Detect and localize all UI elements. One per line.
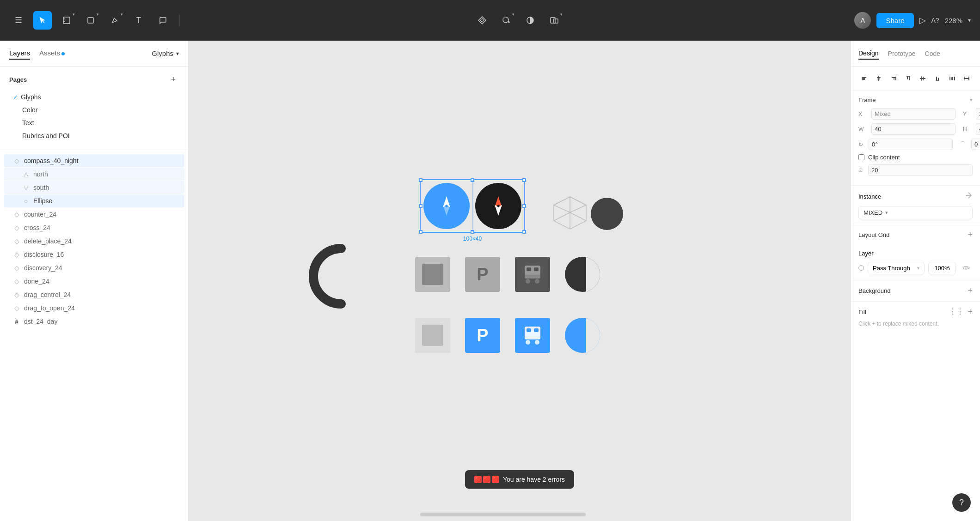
layer-dst-24-day[interactable]: # dst_24_day — [4, 315, 184, 328]
add-page-button[interactable]: + — [168, 74, 179, 85]
zoom-dropdown[interactable]: ▾ — [968, 17, 971, 24]
add-fill-button[interactable]: + — [968, 307, 973, 317]
align-center-v-button[interactable] — [917, 72, 929, 85]
handle-tr[interactable] — [522, 178, 526, 182]
triangle-down-icon: ▽ — [22, 184, 30, 191]
layers-tab[interactable]: Layers — [9, 47, 30, 60]
accessibility-btn[interactable]: A? — [931, 17, 939, 24]
h-input[interactable] — [976, 123, 980, 135]
user-avatar[interactable]: A — [854, 12, 871, 29]
instance-dropdown[interactable]: MIXED ▾ — [858, 206, 973, 219]
w-input[interactable] — [871, 123, 956, 135]
y-input[interactable] — [976, 108, 980, 120]
share-button[interactable]: Share — [876, 13, 913, 28]
fill-title: Fill — [858, 309, 866, 315]
layer-delete-place-24[interactable]: ◇ delete_place_24 — [4, 235, 184, 248]
fill-options-button[interactable]: ⋮⋮ — [949, 307, 964, 317]
page-item-rubrics[interactable]: Rubrics and POI — [9, 129, 179, 142]
layer-drag-control-24[interactable]: ◇ drag_control_24 — [4, 288, 184, 301]
assets-tab[interactable]: Assets — [39, 47, 65, 60]
corner-input[interactable] — [971, 139, 980, 150]
y-label: Y — [963, 111, 972, 117]
layer-done-24[interactable]: ◇ done_24 — [4, 275, 184, 288]
svg-marker-14 — [570, 197, 586, 212]
bg-title: Background — [858, 287, 890, 294]
visibility-toggle[interactable] — [960, 261, 973, 274]
opacity-input[interactable] — [928, 262, 956, 274]
shape-tool[interactable]: ▾ — [81, 11, 100, 30]
pen-tool[interactable]: ▾ — [105, 11, 124, 30]
page-item-text[interactable]: Text — [9, 116, 179, 129]
layer-cross-24[interactable]: ◇ cross_24 — [4, 221, 184, 234]
align-right-button[interactable] — [888, 72, 900, 85]
frame-dropdown-arrow[interactable]: ▾ — [970, 97, 973, 103]
layer-drag-to-open-24[interactable]: ◇ drag_to_open_24 — [4, 302, 184, 315]
svg-marker-13 — [554, 197, 570, 212]
select-tool[interactable] — [33, 11, 52, 30]
text-tool[interactable]: T — [129, 11, 148, 30]
x-input[interactable] — [871, 108, 956, 120]
partial-circle — [565, 257, 600, 292]
svg-rect-37 — [893, 79, 895, 79]
align-left-button[interactable] — [858, 72, 870, 85]
prototype-tool[interactable]: ▾ — [545, 11, 564, 30]
handle-mr[interactable] — [522, 204, 526, 208]
horizontal-scrollbar[interactable] — [420, 513, 586, 516]
rotation-input[interactable] — [869, 139, 953, 150]
page-item-glyphs[interactable]: ✓ Glyphs — [9, 91, 179, 103]
svg-rect-31 — [863, 77, 866, 78]
more-align-button[interactable] — [961, 72, 973, 85]
frame-tool[interactable]: ▾ — [57, 11, 76, 30]
menu-button[interactable]: ☰ — [9, 11, 28, 30]
zoom-control[interactable]: 228% — [945, 17, 962, 24]
handle-ml[interactable] — [419, 204, 423, 208]
layout-grid-section[interactable]: Layout Grid + — [851, 225, 980, 244]
contrast-tool[interactable] — [521, 11, 539, 30]
layer-counter-24[interactable]: ◇ counter_24 — [4, 208, 184, 221]
handle-bl[interactable] — [419, 230, 423, 234]
fill-tool[interactable]: ▾ — [497, 11, 515, 30]
h-label: H — [963, 126, 972, 133]
diamond-icon-9: ◇ — [13, 304, 20, 312]
svg-rect-46 — [938, 78, 939, 80]
page-item-color[interactable]: Color — [9, 103, 179, 116]
clip-content-checkbox[interactable] — [858, 154, 864, 160]
align-top-button[interactable] — [902, 72, 914, 85]
component-link-icon[interactable] — [964, 191, 973, 201]
code-tab[interactable]: Code — [925, 48, 940, 59]
dark-circle-top — [591, 198, 623, 230]
add-layout-grid-button[interactable]: + — [968, 230, 973, 240]
play-button[interactable]: ▷ — [919, 15, 926, 25]
p-icon-blue: P — [465, 318, 500, 353]
instance-dropdown-arrow: ▾ — [885, 210, 888, 216]
layer-north[interactable]: △ north — [4, 168, 184, 181]
blend-mode-dropdown[interactable]: Pass Through ▾ — [868, 262, 925, 274]
help-button[interactable]: ? — [952, 493, 971, 512]
layer-ellipse[interactable]: ○ Ellipse — [4, 194, 184, 207]
compass-selection-group[interactable]: 100×40 — [420, 179, 525, 242]
toolbar-right: A Share ▷ A? 228% ▾ — [854, 12, 971, 29]
comment-tool[interactable] — [153, 11, 172, 30]
align-center-h-button[interactable] — [873, 72, 885, 85]
glyphs-tab[interactable]: Glyphs ▾ — [152, 49, 179, 57]
design-tab[interactable]: Design — [858, 48, 879, 60]
distribute-h-button[interactable] — [946, 72, 958, 85]
component-tool[interactable] — [473, 11, 491, 30]
diamond-icon-4: ◇ — [13, 237, 20, 245]
padding-input[interactable] — [868, 164, 973, 176]
layer-compass-40-night[interactable]: ◇ compass_40_night — [4, 154, 184, 167]
fill-placeholder-text: Click + to replace mixed content. — [858, 321, 973, 327]
layer-south[interactable]: ▽ south — [4, 181, 184, 194]
add-background-button[interactable]: + — [968, 286, 973, 296]
error-dot-3: 🔴 — [492, 476, 499, 483]
align-bottom-button[interactable] — [931, 72, 943, 85]
layer-discovery-24[interactable]: ◇ discovery_24 — [4, 261, 184, 274]
toolbar-divider-1 — [179, 14, 180, 27]
prototype-tab[interactable]: Prototype — [888, 48, 916, 59]
svg-rect-44 — [936, 80, 939, 81]
handle-br[interactable] — [522, 230, 526, 234]
handle-tl[interactable] — [419, 178, 423, 182]
canvas[interactable]: 100×40 — [189, 41, 851, 521]
layer-disclosure-16[interactable]: ◇ disclosure_16 — [4, 248, 184, 261]
w-label: W — [858, 126, 868, 133]
